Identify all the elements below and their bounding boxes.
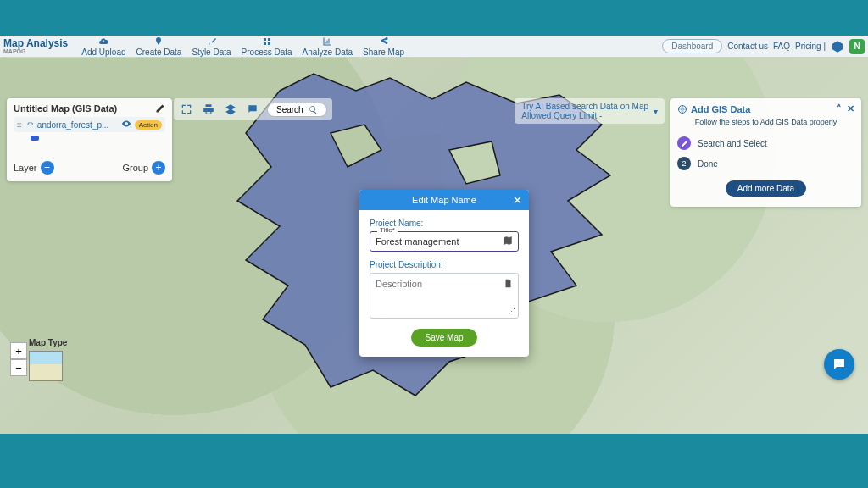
- save-map-button[interactable]: Save Map: [411, 329, 476, 347]
- resize-handle-icon[interactable]: ⋰: [508, 308, 515, 316]
- gis-step-1[interactable]: Search and Select: [677, 133, 854, 153]
- document-icon: [504, 279, 513, 290]
- step-label: Done: [698, 159, 718, 169]
- map-type-thumbnail[interactable]: [29, 351, 63, 381]
- layer-swatch: [31, 136, 39, 141]
- process-icon: [262, 36, 272, 47]
- modal-title: Edit Map Name: [412, 195, 476, 205]
- chevron-down-icon[interactable]: ▾: [654, 107, 658, 116]
- map-type-label: Map Type: [29, 338, 67, 347]
- plus-icon: +: [152, 161, 165, 175]
- gis-panel-subtitle: Follow the steps to Add GIS Data properl…: [677, 114, 854, 133]
- toolbar-label: Create Data: [136, 47, 182, 57]
- print-icon[interactable]: [201, 102, 216, 117]
- layer-name: andorra_forest_p...: [37, 120, 118, 130]
- add-layer-control[interactable]: Layer+: [14, 161, 54, 175]
- description-field-wrap: ⋰: [370, 273, 519, 319]
- gis-step-2[interactable]: 2 Done: [677, 153, 854, 174]
- zoom-out-button[interactable]: −: [10, 359, 27, 376]
- link-icon: [25, 120, 34, 129]
- step-label: Search and Select: [698, 139, 767, 148]
- map-tool-strip: Search: [174, 98, 332, 120]
- toolbar-label: Analyze Data: [303, 47, 353, 57]
- chat-fab[interactable]: [824, 349, 854, 380]
- user-avatar[interactable]: N: [849, 39, 865, 54]
- toolbar-label: Process Data: [242, 47, 292, 57]
- toolbar-style-data[interactable]: Style Data: [186, 36, 236, 57]
- map-icon: [503, 236, 513, 247]
- ai-banner-line1: Try AI Based search Data on Map: [521, 102, 648, 111]
- title-input[interactable]: [376, 236, 498, 247]
- close-icon[interactable]: ✕: [513, 194, 522, 207]
- add-gis-data-panel: Add GIS Data ˄ ✕ Follow the steps to Add…: [670, 98, 861, 207]
- toolbar-label: Style Data: [192, 47, 231, 57]
- analyze-icon: [322, 36, 332, 47]
- step-number-badge: 2: [677, 157, 691, 170]
- brand-title: Map Analysis: [3, 38, 68, 48]
- brush-icon: [207, 36, 217, 47]
- app-brand: Map Analysis MAPOG: [3, 38, 68, 54]
- app-toolbar: Map Analysis MAPOG Add Upload Create Dat…: [0, 36, 868, 58]
- add-group-control[interactable]: Group+: [122, 161, 165, 175]
- zoom-in-button[interactable]: +: [10, 342, 27, 359]
- brand-subtitle: MAPOG: [3, 48, 68, 54]
- pricing-link[interactable]: Pricing |: [795, 42, 826, 51]
- share-icon: [379, 36, 389, 47]
- layer-row[interactable]: ≡ andorra_forest_p... Action: [14, 117, 165, 132]
- plus-icon: +: [41, 161, 54, 175]
- toolbar-process-data[interactable]: Process Data: [236, 36, 298, 57]
- description-input[interactable]: [376, 279, 498, 306]
- pencil-icon[interactable]: [155, 103, 165, 114]
- chat-icon: [832, 357, 847, 372]
- close-icon[interactable]: ✕: [847, 103, 854, 114]
- ai-banner-line2: Allowed Query Limit -: [521, 111, 648, 120]
- pencil-badge-icon: [677, 136, 691, 150]
- search-icon: [309, 105, 318, 114]
- ai-search-banner[interactable]: Try AI Based search Data on Map Allowed …: [515, 98, 665, 124]
- title-float-label: Title*: [377, 226, 398, 234]
- toolbar-create-data[interactable]: Create Data: [131, 36, 187, 57]
- toolbar-share-map[interactable]: Share Map: [358, 36, 409, 57]
- fullscreen-icon[interactable]: [179, 102, 194, 117]
- drag-handle-icon[interactable]: ≡: [17, 120, 22, 130]
- contact-link[interactable]: Contact us: [727, 42, 768, 51]
- svg-point-1: [837, 363, 838, 364]
- comment-icon[interactable]: [245, 102, 260, 117]
- gis-panel-title: Add GIS Data: [691, 104, 750, 114]
- search-label: Search: [276, 105, 303, 114]
- project-desc-label: Project Description:: [370, 260, 519, 269]
- map-search-button[interactable]: Search: [267, 103, 327, 117]
- layers-icon[interactable]: [223, 102, 238, 117]
- add-more-data-button[interactable]: Add more Data: [726, 180, 806, 197]
- chevron-up-icon[interactable]: ˄: [837, 103, 842, 114]
- cloud-upload-icon: [98, 36, 108, 47]
- map-title: Untitled Map (GIS Data): [14, 103, 117, 114]
- title-field-wrap: Title*: [370, 231, 519, 252]
- visibility-icon[interactable]: [121, 119, 131, 130]
- toolbar-label: Share Map: [363, 47, 404, 57]
- cube-icon[interactable]: [831, 40, 844, 53]
- faq-link[interactable]: FAQ: [773, 42, 790, 51]
- toolbar-add-upload[interactable]: Add Upload: [76, 36, 131, 57]
- toolbar-analyze-data[interactable]: Analyze Data: [298, 36, 358, 57]
- dashboard-button[interactable]: Dashboard: [662, 39, 722, 53]
- edit-map-name-modal: Edit Map Name ✕ Project Name: Title* Pro…: [359, 190, 529, 357]
- svg-point-2: [839, 363, 841, 364]
- layer-action-chip[interactable]: Action: [135, 120, 162, 130]
- globe-icon: [677, 104, 687, 114]
- toolbar-label: Add Upload: [81, 47, 125, 57]
- layers-panel: Untitled Map (GIS Data) ≡ andorra_forest…: [7, 98, 172, 181]
- pin-icon: [153, 36, 164, 47]
- zoom-control: + −: [10, 342, 27, 376]
